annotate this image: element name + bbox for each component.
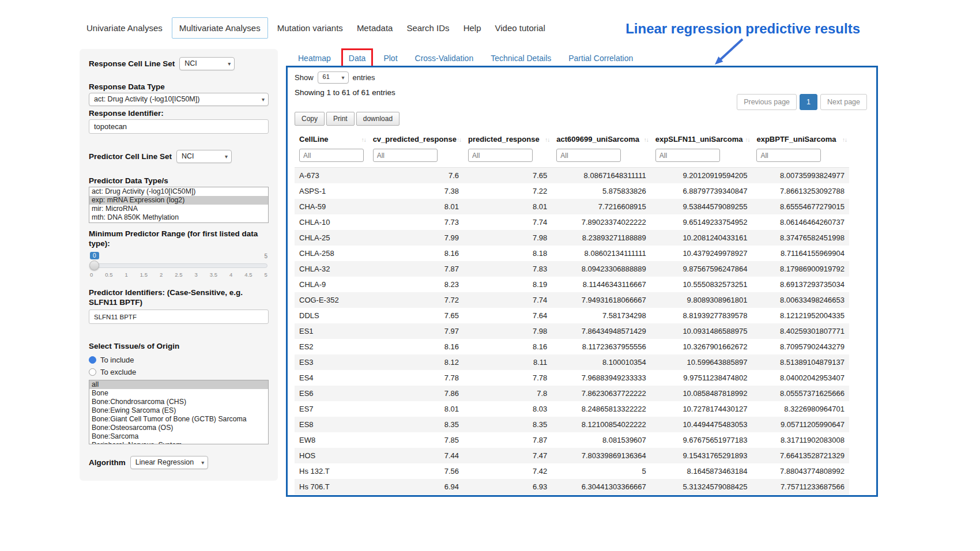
option-mir-microrna[interactable]: mir: MicroRNA: [89, 205, 268, 213]
filter-input-cellline[interactable]: [299, 149, 364, 162]
value-cell: 6.94: [368, 479, 463, 495]
table-row[interactable]: ES88.358.358.1210085402222210.4494475483…: [295, 417, 849, 432]
column-header-expslfn11-unisarcoma[interactable]: expSLFN11_uniSarcoma↑↓: [651, 131, 752, 147]
next-page-button[interactable]: Next page: [820, 94, 867, 110]
option-act-drug-activity-log10-ic50m[interactable]: act: Drug Activity (-log10[IC50M]): [89, 187, 268, 196]
table-row[interactable]: CHLA-107.737.747.890233740222229.6514923…: [295, 214, 849, 230]
nav-tab-video-tutorial[interactable]: Video tutorial: [490, 18, 549, 38]
value-cell: 7.88043774808992: [752, 463, 849, 479]
table-row[interactable]: CHLA-2588.168.188.0860213411111110.43792…: [295, 246, 849, 261]
table-row[interactable]: A-6737.67.658.086716483111119.2012091959…: [295, 168, 849, 184]
previous-page-button[interactable]: Previous page: [737, 94, 797, 110]
nav-tab-help[interactable]: Help: [459, 18, 486, 38]
sort-icon[interactable]: ↑↓: [545, 136, 549, 142]
copy-button[interactable]: Copy: [295, 112, 325, 126]
column-header-act609699-unisarcoma[interactable]: act609699_uniSarcoma↑↓: [552, 131, 651, 147]
option-mth-dna-850k-methylation[interactable]: mth: DNA 850K Methylation: [89, 213, 268, 222]
slider-handle[interactable]: [89, 261, 99, 270]
nav-tab-metadata[interactable]: Metadata: [352, 18, 398, 38]
option-bone-chondrosarcoma-chs[interactable]: Bone:Chondrosarcoma (CHS): [89, 398, 268, 406]
table-row[interactable]: DDLS7.657.647.5817342988.819392778395788…: [295, 308, 849, 323]
nav-tab-multivariate-analyses[interactable]: Multivariate Analyses: [172, 17, 268, 39]
cellline-cell: CHLA-25: [295, 230, 368, 246]
column-header-predicted-response[interactable]: predicted_response↑↓: [463, 131, 552, 147]
option-peripheral-nervous-system[interactable]: Peripheral_Nervous_System: [89, 441, 268, 444]
option-bone-osteosarcoma-os[interactable]: Bone:Osteosarcoma (OS): [89, 424, 268, 432]
table-row[interactable]: ES28.168.168.1172363795555610.3267901662…: [295, 339, 849, 354]
column-label: expBPTF_uniSarcoma: [756, 135, 836, 144]
filter-input-expbptf-unisarcoma[interactable]: [756, 149, 821, 162]
table-row[interactable]: COG-E-3527.727.747.949316180666679.80893…: [295, 292, 849, 308]
nav-tab-search-ids[interactable]: Search IDs: [402, 18, 454, 38]
tab-data[interactable]: Data: [341, 48, 374, 68]
table-header-row: CellLine↑↓cv_predicted_response↑↓predict…: [295, 131, 849, 147]
value-cell: 8.23893271188889: [552, 230, 651, 246]
sort-icon[interactable]: ↑↓: [361, 136, 366, 142]
download-button[interactable]: download: [356, 112, 399, 126]
option-bone-sarcoma[interactable]: Bone:Sarcoma: [89, 432, 268, 441]
sort-icon[interactable]: ↑↓: [457, 136, 461, 142]
table-row[interactable]: EW87.857.878.0815396079.676756519771838.…: [295, 432, 849, 448]
value-cell: 8.01: [368, 199, 463, 214]
table-row[interactable]: ES38.128.118.10001035410.5996438858978.5…: [295, 354, 849, 370]
table-row[interactable]: ES67.867.87.8623063772222210.08584878189…: [295, 386, 849, 401]
column-label: predicted_response: [468, 135, 540, 144]
value-cell: 7.99: [368, 230, 463, 246]
table-row[interactable]: HOS7.447.477.803398691363649.15431765291…: [295, 448, 849, 463]
predictor-cell-line-set-select[interactable]: NCI ▾: [176, 150, 232, 163]
value-cell: 7.75711233687566: [752, 479, 849, 495]
response-data-type-select[interactable]: act: Drug Activity (-log10[IC50M]) ▾: [89, 93, 269, 106]
sort-icon[interactable]: ↑↓: [644, 136, 649, 142]
sort-icon[interactable]: ↑↓: [745, 136, 749, 142]
value-cell: 8.11446343116667: [552, 277, 651, 292]
option-exp-mrna-expression-log2[interactable]: exp: mRNA Expression (log2): [89, 196, 268, 205]
slider-track[interactable]: [90, 263, 267, 268]
filter-input-act609699-unisarcoma[interactable]: [556, 149, 621, 162]
nav-tab-univariate-analyses[interactable]: Univariate Analyses: [82, 18, 167, 38]
table-row[interactable]: Hs 132.T7.567.4258.16458734631847.880437…: [295, 463, 849, 479]
predictor-identifiers-input[interactable]: [89, 310, 269, 324]
tissue-listbox[interactable]: allBoneBone:Chondrosarcoma (CHS)Bone:Ewi…: [89, 380, 269, 444]
page-1-button[interactable]: 1: [800, 94, 817, 110]
cellline-cell: ES3: [295, 354, 368, 370]
response-cell-line-set-select[interactable]: NCI ▾: [179, 57, 235, 70]
column-header-cv-predicted-response[interactable]: cv_predicted_response↑↓: [368, 131, 463, 147]
filter-input-predicted-response[interactable]: [468, 149, 533, 162]
min-range-slider[interactable]: 0 5 00.511.522.533.544.55: [90, 253, 267, 282]
table-row[interactable]: ES78.018.038.2486581332222210.7278174430…: [295, 401, 849, 417]
option-bone-giant-cell-tumor-of-bone-gctb-sarcoma[interactable]: Bone:Giant Cell Tumor of Bone (GCTB) Sar…: [89, 415, 268, 424]
algorithm-select[interactable]: Linear Regression ▾: [130, 456, 208, 469]
value-cell: 8.31711902083008: [752, 432, 849, 448]
option-all[interactable]: all: [89, 380, 268, 389]
table-row[interactable]: ES47.787.787.968839492333339.97511238474…: [295, 370, 849, 386]
table-row[interactable]: CHLA-98.238.198.1144634311666710.5550832…: [295, 277, 849, 292]
value-cell: 5: [552, 463, 651, 479]
slider-tick: 5: [265, 271, 267, 278]
show-entries-select[interactable]: 61 ▾: [318, 71, 349, 84]
option-bone-ewing-sarcoma-es[interactable]: Bone:Ewing Sarcoma (ES): [89, 406, 268, 415]
radio-to-exclude[interactable]: To exclude: [89, 368, 269, 376]
table-row[interactable]: CHA-598.018.017.72166089159.538445790892…: [295, 199, 849, 214]
table-row[interactable]: ES17.977.987.8643494857142910.0931486588…: [295, 323, 849, 339]
value-cell: 8.81939277839578: [651, 308, 752, 323]
value-cell: 7.86230637722222: [552, 386, 651, 401]
slider-tick: 4: [229, 271, 232, 278]
sort-icon[interactable]: ↑↓: [842, 136, 847, 142]
table-row[interactable]: Hs 706.T6.946.936.304413033666675.313245…: [295, 479, 849, 495]
nav-tab-mutation-variants[interactable]: Mutation variants: [273, 18, 348, 38]
option-bone[interactable]: Bone: [89, 389, 268, 398]
value-cell: 8.65554677279015: [752, 199, 849, 214]
table-row[interactable]: CHLA-257.997.988.2389327118888910.208124…: [295, 230, 849, 246]
value-cell: 7.94931618066667: [552, 292, 651, 308]
column-header-cellline[interactable]: CellLine↑↓: [295, 131, 368, 147]
response-identifier-input[interactable]: [89, 119, 269, 134]
radio-to-include[interactable]: To include: [89, 356, 269, 364]
table-row[interactable]: ASPS-17.387.225.8758338266.8879773934084…: [295, 183, 849, 199]
filter-input-cv-predicted-response[interactable]: [373, 149, 438, 162]
table-row[interactable]: CHLA-327.877.838.094233068888899.8756759…: [295, 261, 849, 277]
print-button[interactable]: Print: [326, 112, 355, 126]
predictor-data-type-listbox[interactable]: act: Drug Activity (-log10[IC50M])exp: m…: [89, 187, 269, 223]
column-header-expbptf-unisarcoma[interactable]: expBPTF_uniSarcoma↑↓: [752, 131, 849, 147]
filter-input-expslfn11-unisarcoma[interactable]: [655, 149, 720, 162]
column-label: act609699_uniSarcoma: [556, 135, 639, 144]
